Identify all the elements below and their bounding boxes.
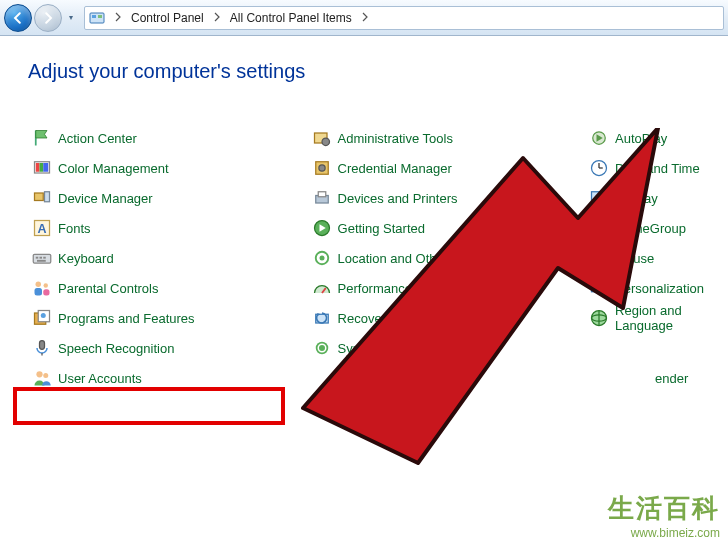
color-icon: [32, 158, 52, 178]
item-performance[interactable]: Performance Informati: [308, 273, 586, 303]
control-panel-icon: [89, 10, 105, 26]
item-region-language[interactable]: Region and Language: [585, 303, 708, 333]
svg-rect-43: [592, 192, 607, 202]
address-toolbar: ▾ Control Panel All Control Panel Items: [0, 0, 728, 36]
item-label: Syn: [338, 341, 360, 356]
family-icon: [32, 278, 52, 298]
item-label: User Accounts: [58, 371, 142, 386]
item-personalization[interactable]: Personalization: [585, 273, 708, 303]
breadcrumb-sep-icon[interactable]: [206, 12, 228, 24]
breadcrumb-control-panel[interactable]: Control Panel: [129, 11, 206, 25]
item-label: Date and Time: [615, 161, 700, 176]
column-3: AutoPlay Date and Time Display HomeGroup…: [585, 123, 708, 393]
item-mouse[interactable]: Mouse: [585, 243, 708, 273]
watermark: 生活百科 www.bimeiz.com: [608, 491, 720, 540]
svg-rect-7: [35, 193, 44, 201]
item-label: Mouse: [615, 251, 654, 266]
item-credential-manager[interactable]: Credential Manager: [308, 153, 586, 183]
monitor-icon: [589, 188, 609, 208]
svg-point-35: [319, 256, 324, 261]
item-device-manager[interactable]: Device Manager: [28, 183, 308, 213]
svg-point-30: [318, 165, 324, 171]
mouse-icon: [589, 248, 609, 268]
fonts-icon: A: [32, 218, 52, 238]
item-partial[interactable]: ender: [585, 363, 708, 393]
item-admin-tools[interactable]: Administrative Tools: [308, 123, 586, 153]
item-label: Getting Started: [338, 221, 425, 236]
tools-icon: [312, 128, 332, 148]
svg-point-26: [43, 373, 48, 378]
svg-rect-47: [592, 282, 607, 292]
svg-rect-18: [35, 288, 43, 296]
item-keyboard[interactable]: Keyboard: [28, 243, 308, 273]
item-speech-recognition[interactable]: Speech Recognition: [28, 333, 308, 363]
device-icon: [32, 188, 52, 208]
item-label: HomeGroup: [615, 221, 686, 236]
control-panel-grid: Action Center Color Management Device Ma…: [28, 123, 708, 393]
svg-rect-1: [92, 15, 96, 18]
forward-button[interactable]: [34, 4, 62, 32]
item-label: Credential Manager: [338, 161, 452, 176]
svg-rect-12: [36, 257, 39, 259]
svg-rect-8: [45, 192, 50, 202]
programs-icon: [32, 308, 52, 328]
item-devices-printers[interactable]: Devices and Printers: [308, 183, 586, 213]
breadcrumb-sep-icon[interactable]: [354, 12, 376, 24]
item-programs-features[interactable]: Programs and Features: [28, 303, 308, 333]
breadcrumb-all-items[interactable]: All Control Panel Items: [228, 11, 354, 25]
flag-icon: [32, 128, 52, 148]
item-sync[interactable]: Syn: [308, 333, 586, 363]
column-2: Administrative Tools Credential Manager …: [308, 123, 586, 393]
gauge-icon: [312, 278, 332, 298]
item-label: Administrative Tools: [338, 131, 453, 146]
globe-icon: [589, 308, 609, 328]
item-fonts[interactable]: AFonts: [28, 213, 308, 243]
nav-history-dropdown[interactable]: ▾: [64, 8, 78, 28]
item-autoplay[interactable]: AutoPlay: [585, 123, 708, 153]
svg-rect-4: [36, 163, 40, 172]
svg-rect-23: [40, 341, 45, 350]
keyboard-icon: [32, 248, 52, 268]
start-icon: [312, 218, 332, 238]
autoplay-icon: [589, 128, 609, 148]
svg-rect-19: [43, 289, 49, 295]
svg-rect-6: [43, 163, 48, 172]
item-label: Device Manager: [58, 191, 153, 206]
watermark-url: www.bimeiz.com: [608, 526, 720, 540]
item-getting-started[interactable]: Getting Started: [308, 213, 586, 243]
svg-rect-13: [40, 257, 43, 259]
svg-text:A: A: [37, 222, 46, 236]
item-date-time[interactable]: Date and Time: [585, 153, 708, 183]
printer-icon: [312, 188, 332, 208]
back-button[interactable]: [4, 4, 32, 32]
item-label: Fonts: [58, 221, 91, 236]
item-parental-controls[interactable]: Parental Controls: [28, 273, 308, 303]
microphone-icon: [32, 338, 52, 358]
item-label: Keyboard: [58, 251, 114, 266]
svg-point-22: [41, 313, 46, 318]
item-location-sensors[interactable]: Location and Other Sensors: [308, 243, 586, 273]
item-label: Recovery: [338, 311, 393, 326]
item-label: Personalization: [615, 281, 704, 296]
item-action-center[interactable]: Action Center: [28, 123, 308, 153]
item-user-accounts[interactable]: User Accounts: [28, 363, 308, 393]
item-label: AutoPlay: [615, 131, 667, 146]
item-color-management[interactable]: Color Management: [28, 153, 308, 183]
breadcrumb-sep-icon[interactable]: [107, 12, 129, 24]
breadcrumb-bar[interactable]: Control Panel All Control Panel Items: [84, 6, 724, 30]
item-label: Devices and Printers: [338, 191, 458, 206]
sensor-icon: [312, 248, 332, 268]
item-label: Display: [615, 191, 658, 206]
watermark-chinese: 生活百科: [608, 491, 720, 526]
svg-rect-14: [43, 257, 46, 259]
svg-point-28: [322, 138, 330, 146]
users-icon: [32, 368, 52, 388]
item-homegroup[interactable]: HomeGroup: [585, 213, 708, 243]
item-recovery[interactable]: Recovery: [308, 303, 586, 333]
item-display[interactable]: Display: [585, 183, 708, 213]
svg-point-17: [44, 283, 49, 288]
page-heading: Adjust your computer's settings: [28, 60, 708, 83]
item-label: Color Management: [58, 161, 169, 176]
column-1: Action Center Color Management Device Ma…: [28, 123, 308, 393]
svg-rect-5: [40, 163, 44, 172]
